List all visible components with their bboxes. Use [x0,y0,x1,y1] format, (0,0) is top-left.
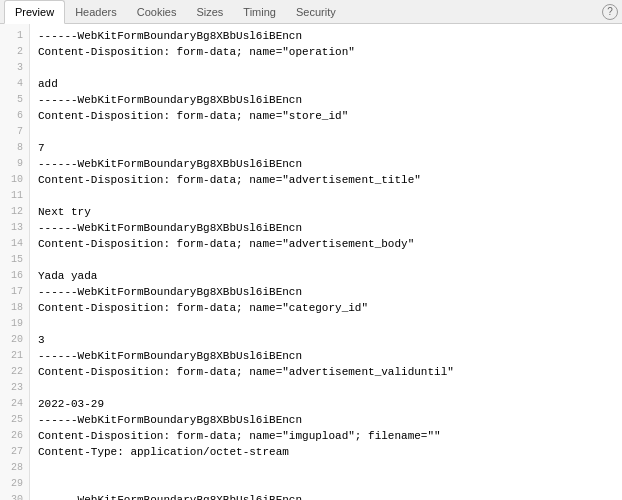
code-line: ------WebKitFormBoundaryBg8XBbUsl6iBEncn [38,92,614,108]
line-number: 8 [0,140,29,156]
line-number: 3 [0,60,29,76]
code-line: ------WebKitFormBoundaryBg8XBbUsl6iBEncn [38,348,614,364]
code-line [38,476,614,492]
line-number: 20 [0,332,29,348]
line-number: 13 [0,220,29,236]
line-number: 22 [0,364,29,380]
code-line [38,380,614,396]
code-line: 7 [38,140,614,156]
line-number: 30 [0,492,29,500]
tab-headers[interactable]: Headers [65,0,127,24]
line-number: 11 [0,188,29,204]
line-number: 7 [0,124,29,140]
line-number: 19 [0,316,29,332]
code-line: Content-Disposition: form-data; name="ad… [38,172,614,188]
line-number: 4 [0,76,29,92]
code-line [38,188,614,204]
code-line: Content-Disposition: form-data; name="im… [38,428,614,444]
code-line [38,252,614,268]
line-numbers: 1234567891011121314151617181920212223242… [0,24,30,500]
code-line [38,316,614,332]
line-number: 15 [0,252,29,268]
line-number: 27 [0,444,29,460]
code-line: ------WebKitFormBoundaryBg8XBbUsl6iBEncn [38,220,614,236]
code-line: ------WebKitFormBoundaryBg8XBbUsl6iBEncn [38,156,614,172]
line-number: 17 [0,284,29,300]
tab-security[interactable]: Security [286,0,346,24]
code-line: Yada yada [38,268,614,284]
code-line [38,124,614,140]
code-line: Content-Type: application/octet-stream [38,444,614,460]
help-icon[interactable]: ? [602,4,618,20]
code-line: 3 [38,332,614,348]
line-number: 16 [0,268,29,284]
line-number: 10 [0,172,29,188]
line-number: 18 [0,300,29,316]
line-number: 23 [0,380,29,396]
code-line: Content-Disposition: form-data; name="st… [38,108,614,124]
code-line: ------WebKitFormBoundaryBg8XBbUsl6iBEncn [38,412,614,428]
code-line: 2022-03-29 [38,396,614,412]
code-line: Content-Disposition: form-data; name="ad… [38,364,614,380]
code-line [38,60,614,76]
code-line: ------WebKitFormBoundaryBg8XBbUsl6iBEncn… [38,492,614,500]
code-line: Content-Disposition: form-data; name="ca… [38,300,614,316]
line-number: 6 [0,108,29,124]
tab-cookies[interactable]: Cookies [127,0,187,24]
line-number: 1 [0,28,29,44]
line-number: 28 [0,460,29,476]
line-number: 21 [0,348,29,364]
line-number: 26 [0,428,29,444]
line-number: 9 [0,156,29,172]
code-line: Content-Disposition: form-data; name="op… [38,44,614,60]
tab-sizes[interactable]: Sizes [186,0,233,24]
code-line: Content-Disposition: form-data; name="ad… [38,236,614,252]
code-line: Next try [38,204,614,220]
line-number: 24 [0,396,29,412]
code-content: ------WebKitFormBoundaryBg8XBbUsl6iBEncn… [30,24,622,500]
code-line: ------WebKitFormBoundaryBg8XBbUsl6iBEncn [38,284,614,300]
line-number: 14 [0,236,29,252]
line-number: 25 [0,412,29,428]
code-line [38,460,614,476]
line-number: 5 [0,92,29,108]
line-number: 29 [0,476,29,492]
tab-timing[interactable]: Timing [233,0,286,24]
line-number: 2 [0,44,29,60]
tab-preview[interactable]: Preview [4,0,65,24]
content-area: 1234567891011121314151617181920212223242… [0,24,622,500]
tabs-bar: PreviewHeadersCookiesSizesTimingSecurity… [0,0,622,24]
line-number: 12 [0,204,29,220]
code-line: add [38,76,614,92]
code-line: ------WebKitFormBoundaryBg8XBbUsl6iBEncn [38,28,614,44]
